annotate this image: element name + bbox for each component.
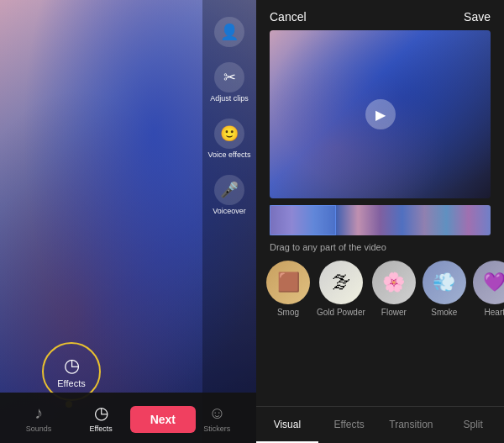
effects-tab-label: Effects <box>89 425 112 433</box>
voice-effects-label: Voice effects <box>208 150 251 160</box>
sticker-icon: ☺ <box>208 403 225 423</box>
tab-visual[interactable]: Visual <box>256 407 318 443</box>
effects-highlight-label: Effects <box>57 378 85 388</box>
visual-tab-label: Visual <box>274 419 301 430</box>
bottom-tabs: Visual Effects Transition Split <box>256 406 504 443</box>
heart-icon: 💜 <box>473 261 504 304</box>
video-preview: ▶ <box>270 30 491 198</box>
toolbar-stickers[interactable]: ☺ Stickers <box>203 403 230 433</box>
mic-icon: 🎤 <box>214 175 244 205</box>
right-header: Cancel Save <box>256 0 504 30</box>
smog-icon: 🟫 <box>266 261 310 304</box>
person-icon: 👤 <box>214 17 244 47</box>
stickers-label: Stickers <box>203 425 230 433</box>
voice-icon: 🙂 <box>214 119 244 149</box>
scissors-icon: ✂ <box>214 62 244 92</box>
profile-icon-btn[interactable]: 👤 <box>214 17 244 47</box>
adjust-clips-btn[interactable]: ✂ Adjust clips <box>210 62 249 103</box>
effect-smoke[interactable]: 💨 Smoke <box>423 261 466 317</box>
play-button[interactable]: ▶ <box>365 99 396 129</box>
sounds-label: Sounds <box>26 425 52 433</box>
split-tab-label: Split <box>463 419 482 430</box>
tab-transition[interactable]: Transition <box>381 407 443 443</box>
heart-circle: 💜 <box>473 261 504 304</box>
effects-icon: ◷ <box>94 403 108 423</box>
voiceover-btn[interactable]: 🎤 Voiceover <box>213 175 246 216</box>
flower-circle: 🌸 <box>372 261 416 304</box>
music-icon: ♪ <box>34 403 43 423</box>
save-button[interactable]: Save <box>464 10 491 24</box>
effect-heart[interactable]: 💜 Heart <box>473 261 504 317</box>
effects-ring-icon: ◷ <box>64 355 80 377</box>
gold-circle: 🌫 <box>319 261 363 304</box>
effects-tab-label2: Effects <box>333 419 364 430</box>
left-panel: 👤 ✂ Adjust clips 🙂 Voice effects 🎤 Voice… <box>0 0 256 443</box>
gold-label: Gold Powder <box>317 308 365 317</box>
voice-effects-btn[interactable]: 🙂 Voice effects <box>208 119 251 160</box>
drag-hint: Drag to any part of the video <box>256 239 504 257</box>
gold-icon: 🌫 <box>319 261 363 304</box>
smoke-label: Smoke <box>431 308 457 317</box>
effect-flower[interactable]: 🌸 Flower <box>372 261 416 317</box>
transition-tab-label: Transition <box>389 419 433 430</box>
voiceover-label: Voiceover <box>213 207 246 216</box>
right-panel: Cancel Save ▶ Drag to any part of the vi… <box>256 0 504 443</box>
smog-circle: 🟫 <box>266 261 310 304</box>
tab-effects[interactable]: Effects <box>318 407 381 443</box>
toolbar-sounds[interactable]: ♪ Sounds <box>26 403 52 433</box>
next-button[interactable]: Next <box>130 406 196 433</box>
timeline-indicator <box>270 205 336 235</box>
right-sidebar: 👤 ✂ Adjust clips 🙂 Voice effects 🎤 Voice… <box>202 0 256 443</box>
cancel-button[interactable]: Cancel <box>270 10 307 24</box>
smoke-icon: 💨 <box>423 261 466 304</box>
effects-row: 🟫 Smog 🌫 Gold Powder 🌸 Flower 💨 Smoke 💜 <box>256 257 504 322</box>
smoke-circle: 💨 <box>423 261 466 304</box>
bottom-toolbar: ♪ Sounds ◷ Effects Aa Text ☺ Stickers Ne… <box>0 393 256 443</box>
tab-split[interactable]: Split <box>442 407 504 443</box>
timeline-strip[interactable] <box>270 205 491 235</box>
adjust-clips-label: Adjust clips <box>210 94 249 103</box>
effect-smog[interactable]: 🟫 Smog <box>266 261 310 317</box>
flower-label: Flower <box>381 308 407 317</box>
effect-gold-powder[interactable]: 🌫 Gold Powder <box>317 261 365 317</box>
heart-label: Heart <box>485 308 504 317</box>
toolbar-effects[interactable]: ◷ Effects <box>89 403 112 433</box>
flower-icon: 🌸 <box>372 261 416 304</box>
smog-label: Smog <box>277 308 299 317</box>
